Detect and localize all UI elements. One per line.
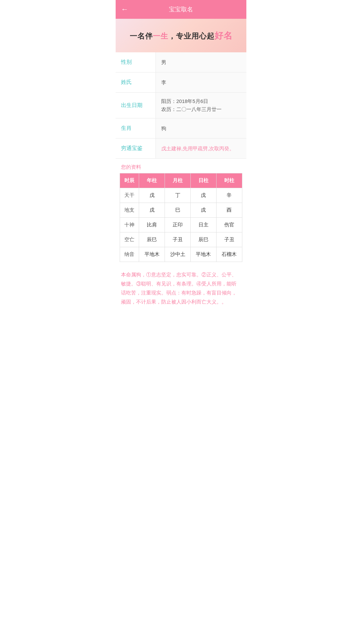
table-row-nayin: 纳音 平地木 沙中土 平地木 石榴木 [120, 247, 242, 262]
label-birthdate: 出生日期 [116, 93, 156, 118]
value-baoqian: 戊土建禄,先用甲疏劈,次取丙癸。 [156, 139, 246, 158]
cell-shishen-day: 日主 [191, 218, 217, 232]
bazi-table: 时辰 年柱 月柱 日柱 时柱 天干 戊 丁 戊 辛 地支 戌 巳 戌 酉 十神 … [120, 173, 242, 262]
cell-kongwang-hour: 子丑 [216, 232, 242, 247]
table-row-kongwang: 空亡 辰巳 子丑 辰巳 子丑 [120, 232, 242, 247]
info-row-birthdate: 出生日期 阳历：2018年5月6日 农历：二〇一八年三月廿一 [116, 93, 246, 118]
cell-shishen-label: 十神 [120, 218, 139, 232]
cell-kongwang-label: 空亡 [120, 232, 139, 247]
cell-shishen-hour: 伤官 [216, 218, 242, 232]
table-header-row: 时辰 年柱 月柱 日柱 时柱 [120, 173, 242, 188]
banner-text: 一名伴一生，专业用心起好名 [130, 30, 233, 42]
cell-nayin-year: 平地木 [139, 247, 165, 262]
info-row-zodiac: 生肖 狗 [116, 118, 246, 139]
info-row-surname: 姓氏 李 [116, 72, 246, 93]
value-birthdate: 阳历：2018年5月6日 农历：二〇一八年三月廿一 [156, 93, 246, 118]
banner-suffix: ，专业用心起 [168, 32, 215, 40]
cell-dizhi-label: 地支 [120, 203, 139, 218]
value-gender: 男 [156, 52, 246, 72]
cell-kongwang-day: 辰巳 [191, 232, 217, 247]
cell-tiangan-year: 戊 [139, 188, 165, 203]
label-zodiac: 生肖 [116, 118, 156, 138]
info-row-baoqian: 穷通宝鉴 戊土建禄,先用甲疏劈,次取丙癸。 [116, 139, 246, 159]
page-title: 宝宝取名 [121, 5, 241, 13]
label-surname: 姓氏 [116, 72, 156, 92]
cell-shishen-month: 正印 [165, 218, 191, 232]
cell-kongwang-month: 子丑 [165, 232, 191, 247]
info-section: 性别 男 姓氏 李 出生日期 阳历：2018年5月6日 农历：二〇一八年三月廿一… [116, 52, 246, 159]
banner-accent2: 好名 [215, 31, 233, 41]
cell-dizhi-month: 巳 [165, 203, 191, 218]
section-label-your-data: 您的资料 [116, 159, 246, 173]
back-button[interactable]: ← [121, 5, 128, 14]
col-header-shichen: 时辰 [120, 173, 139, 188]
cell-dizhi-year: 戌 [139, 203, 165, 218]
label-gender: 性别 [116, 52, 156, 72]
col-header-nianzhu: 年柱 [139, 173, 165, 188]
cell-tiangan-label: 天干 [120, 188, 139, 203]
date-lunar: 农历：二〇一八年三月廿一 [161, 105, 222, 113]
col-header-shizhu: 时柱 [216, 173, 242, 188]
cell-nayin-label: 纳音 [120, 247, 139, 262]
date-lines: 阳历：2018年5月6日 农历：二〇一八年三月廿一 [161, 97, 222, 113]
table-row-shishen: 十神 比肩 正印 日主 伤官 [120, 218, 242, 232]
info-row-gender: 性别 男 [116, 52, 246, 72]
date-solar: 阳历：2018年5月6日 [161, 97, 222, 105]
banner-accent1: 一生 [153, 32, 168, 40]
value-zodiac: 狗 [156, 118, 246, 138]
cell-nayin-day: 平地木 [191, 247, 217, 262]
cell-dizhi-day: 戌 [191, 203, 217, 218]
cell-tiangan-day: 戊 [191, 188, 217, 203]
value-surname: 李 [156, 72, 246, 92]
label-baoqian: 穷通宝鉴 [116, 139, 156, 158]
cell-shishen-year: 比肩 [139, 218, 165, 232]
table-row-tiangan: 天干 戊 丁 戊 辛 [120, 188, 242, 203]
col-header-yuezhu: 月柱 [165, 173, 191, 188]
banner: 一名伴一生，专业用心起好名 [116, 19, 246, 52]
table-row-dizhi: 地支 戌 巳 戌 酉 [120, 203, 242, 218]
cell-dizhi-hour: 酉 [216, 203, 242, 218]
cell-tiangan-hour: 辛 [216, 188, 242, 203]
col-header-rizhu: 日柱 [191, 173, 217, 188]
description-text: 本命属狗，①意志坚定，忠实可靠。②正义、公平、敏捷。③聪明、有见识，有条理。④受… [116, 267, 246, 314]
cell-kongwang-year: 辰巳 [139, 232, 165, 247]
cell-tiangan-month: 丁 [165, 188, 191, 203]
cell-nayin-month: 沙中土 [165, 247, 191, 262]
header: ← 宝宝取名 [116, 0, 246, 19]
banner-prefix: 一名伴 [130, 32, 153, 40]
cell-nayin-hour: 石榴木 [216, 247, 242, 262]
